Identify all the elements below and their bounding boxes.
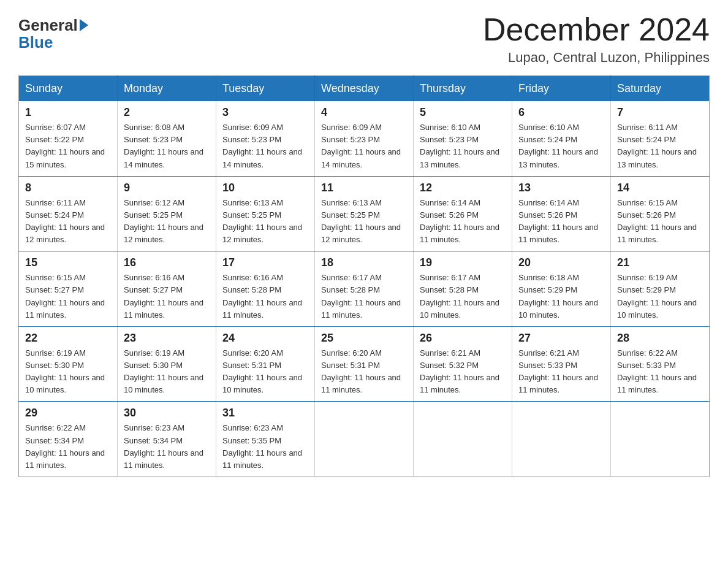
day-info: Sunrise: 6:18 AMSunset: 5:29 PMDaylight:… <box>518 272 604 321</box>
day-number: 20 <box>518 256 604 269</box>
day-number: 11 <box>321 182 407 194</box>
day-info: Sunrise: 6:19 AMSunset: 5:30 PMDaylight:… <box>25 347 111 397</box>
title-section: December 2024 Lupao, Central Luzon, Phil… <box>483 12 710 66</box>
table-row: 10Sunrise: 6:13 AMSunset: 5:25 PMDayligh… <box>216 176 315 251</box>
day-number: 12 <box>420 182 506 194</box>
calendar-week-row: 15Sunrise: 6:15 AMSunset: 5:27 PMDayligh… <box>19 251 710 327</box>
table-row: 12Sunrise: 6:14 AMSunset: 5:26 PMDayligh… <box>414 176 512 251</box>
table-row: 14Sunrise: 6:15 AMSunset: 5:26 PMDayligh… <box>611 176 710 251</box>
day-number: 14 <box>617 182 703 194</box>
day-of-week-friday: Friday <box>512 76 611 102</box>
day-info: Sunrise: 6:23 AMSunset: 5:34 PMDaylight:… <box>124 422 210 472</box>
day-of-week-monday: Monday <box>118 76 216 102</box>
day-info: Sunrise: 6:22 AMSunset: 5:34 PMDaylight:… <box>25 422 111 472</box>
table-row: 20Sunrise: 6:18 AMSunset: 5:29 PMDayligh… <box>512 251 611 327</box>
day-info: Sunrise: 6:21 AMSunset: 5:32 PMDaylight:… <box>420 347 506 397</box>
calendar-week-row: 22Sunrise: 6:19 AMSunset: 5:30 PMDayligh… <box>19 326 710 402</box>
logo-blue-text: Blue <box>18 33 53 52</box>
table-row: 8Sunrise: 6:11 AMSunset: 5:24 PMDaylight… <box>19 176 118 251</box>
day-info: Sunrise: 6:07 AMSunset: 5:22 PMDaylight:… <box>25 121 111 171</box>
day-number: 26 <box>420 332 506 345</box>
day-number: 9 <box>124 182 210 194</box>
day-number: 18 <box>321 256 407 269</box>
day-number: 7 <box>617 106 703 119</box>
day-number: 16 <box>124 256 210 269</box>
day-number: 25 <box>321 332 407 345</box>
table-row <box>611 402 710 477</box>
day-number: 22 <box>25 332 111 345</box>
day-info: Sunrise: 6:20 AMSunset: 5:31 PMDaylight:… <box>321 347 407 397</box>
day-info: Sunrise: 6:08 AMSunset: 5:23 PMDaylight:… <box>124 121 210 171</box>
day-number: 2 <box>124 106 210 119</box>
table-row: 21Sunrise: 6:19 AMSunset: 5:29 PMDayligh… <box>611 251 710 327</box>
day-number: 19 <box>420 256 506 269</box>
table-row: 4Sunrise: 6:09 AMSunset: 5:23 PMDaylight… <box>315 101 414 176</box>
day-number: 28 <box>617 332 703 345</box>
day-info: Sunrise: 6:11 AMSunset: 5:24 PMDaylight:… <box>617 121 703 171</box>
table-row: 30Sunrise: 6:23 AMSunset: 5:34 PMDayligh… <box>118 402 216 477</box>
month-title: December 2024 <box>483 12 710 47</box>
day-info: Sunrise: 6:17 AMSunset: 5:28 PMDaylight:… <box>420 272 506 321</box>
table-row: 17Sunrise: 6:16 AMSunset: 5:28 PMDayligh… <box>216 251 315 327</box>
page-header: General Blue December 2024 Lupao, Centra… <box>18 12 710 66</box>
table-row: 9Sunrise: 6:12 AMSunset: 5:25 PMDaylight… <box>118 176 216 251</box>
logo-arrow-icon <box>80 19 88 31</box>
day-number: 1 <box>25 106 111 119</box>
day-info: Sunrise: 6:10 AMSunset: 5:24 PMDaylight:… <box>518 121 604 171</box>
day-info: Sunrise: 6:10 AMSunset: 5:23 PMDaylight:… <box>420 121 506 171</box>
day-info: Sunrise: 6:22 AMSunset: 5:33 PMDaylight:… <box>617 347 703 397</box>
day-number: 31 <box>222 407 308 419</box>
table-row: 3Sunrise: 6:09 AMSunset: 5:23 PMDaylight… <box>216 101 315 176</box>
day-info: Sunrise: 6:20 AMSunset: 5:31 PMDaylight:… <box>222 347 308 397</box>
logo-general-text: General <box>18 17 78 33</box>
table-row: 27Sunrise: 6:21 AMSunset: 5:33 PMDayligh… <box>512 326 611 402</box>
day-info: Sunrise: 6:14 AMSunset: 5:26 PMDaylight:… <box>518 197 604 247</box>
day-info: Sunrise: 6:21 AMSunset: 5:33 PMDaylight:… <box>518 347 604 397</box>
day-number: 15 <box>25 256 111 269</box>
table-row: 1Sunrise: 6:07 AMSunset: 5:22 PMDaylight… <box>19 101 118 176</box>
table-row: 26Sunrise: 6:21 AMSunset: 5:32 PMDayligh… <box>414 326 512 402</box>
table-row: 19Sunrise: 6:17 AMSunset: 5:28 PMDayligh… <box>414 251 512 327</box>
table-row: 16Sunrise: 6:16 AMSunset: 5:27 PMDayligh… <box>118 251 216 327</box>
day-number: 6 <box>518 106 604 119</box>
day-info: Sunrise: 6:09 AMSunset: 5:23 PMDaylight:… <box>321 121 407 171</box>
day-of-week-saturday: Saturday <box>611 76 710 102</box>
day-info: Sunrise: 6:13 AMSunset: 5:25 PMDaylight:… <box>222 197 308 247</box>
table-row: 24Sunrise: 6:20 AMSunset: 5:31 PMDayligh… <box>216 326 315 402</box>
day-number: 17 <box>222 256 308 269</box>
table-row: 7Sunrise: 6:11 AMSunset: 5:24 PMDaylight… <box>611 101 710 176</box>
table-row <box>512 402 611 477</box>
table-row: 23Sunrise: 6:19 AMSunset: 5:30 PMDayligh… <box>118 326 216 402</box>
day-number: 29 <box>25 407 111 419</box>
day-of-week-tuesday: Tuesday <box>216 76 315 102</box>
day-info: Sunrise: 6:23 AMSunset: 5:35 PMDaylight:… <box>222 422 308 472</box>
day-number: 23 <box>124 332 210 345</box>
day-info: Sunrise: 6:14 AMSunset: 5:26 PMDaylight:… <box>420 197 506 247</box>
table-row: 11Sunrise: 6:13 AMSunset: 5:25 PMDayligh… <box>315 176 414 251</box>
day-info: Sunrise: 6:19 AMSunset: 5:30 PMDaylight:… <box>124 347 210 397</box>
day-of-week-sunday: Sunday <box>19 76 118 102</box>
table-row: 31Sunrise: 6:23 AMSunset: 5:35 PMDayligh… <box>216 402 315 477</box>
table-row: 6Sunrise: 6:10 AMSunset: 5:24 PMDaylight… <box>512 101 611 176</box>
calendar-week-row: 29Sunrise: 6:22 AMSunset: 5:34 PMDayligh… <box>19 402 710 477</box>
table-row: 2Sunrise: 6:08 AMSunset: 5:23 PMDaylight… <box>118 101 216 176</box>
calendar-week-row: 8Sunrise: 6:11 AMSunset: 5:24 PMDaylight… <box>19 176 710 251</box>
day-info: Sunrise: 6:15 AMSunset: 5:27 PMDaylight:… <box>25 272 111 321</box>
calendar-table: SundayMondayTuesdayWednesdayThursdayFrid… <box>18 75 710 477</box>
table-row: 13Sunrise: 6:14 AMSunset: 5:26 PMDayligh… <box>512 176 611 251</box>
day-number: 21 <box>617 256 703 269</box>
calendar-week-row: 1Sunrise: 6:07 AMSunset: 5:22 PMDaylight… <box>19 101 710 176</box>
day-info: Sunrise: 6:09 AMSunset: 5:23 PMDaylight:… <box>222 121 308 171</box>
location-text: Lupao, Central Luzon, Philippines <box>483 50 710 66</box>
day-number: 30 <box>124 407 210 419</box>
table-row: 29Sunrise: 6:22 AMSunset: 5:34 PMDayligh… <box>19 402 118 477</box>
table-row: 25Sunrise: 6:20 AMSunset: 5:31 PMDayligh… <box>315 326 414 402</box>
logo: General Blue <box>18 12 90 52</box>
table-row: 5Sunrise: 6:10 AMSunset: 5:23 PMDaylight… <box>414 101 512 176</box>
day-of-week-wednesday: Wednesday <box>315 76 414 102</box>
day-number: 13 <box>518 182 604 194</box>
day-number: 10 <box>222 182 308 194</box>
day-info: Sunrise: 6:11 AMSunset: 5:24 PMDaylight:… <box>25 197 111 247</box>
day-number: 27 <box>518 332 604 345</box>
day-info: Sunrise: 6:15 AMSunset: 5:26 PMDaylight:… <box>617 197 703 247</box>
